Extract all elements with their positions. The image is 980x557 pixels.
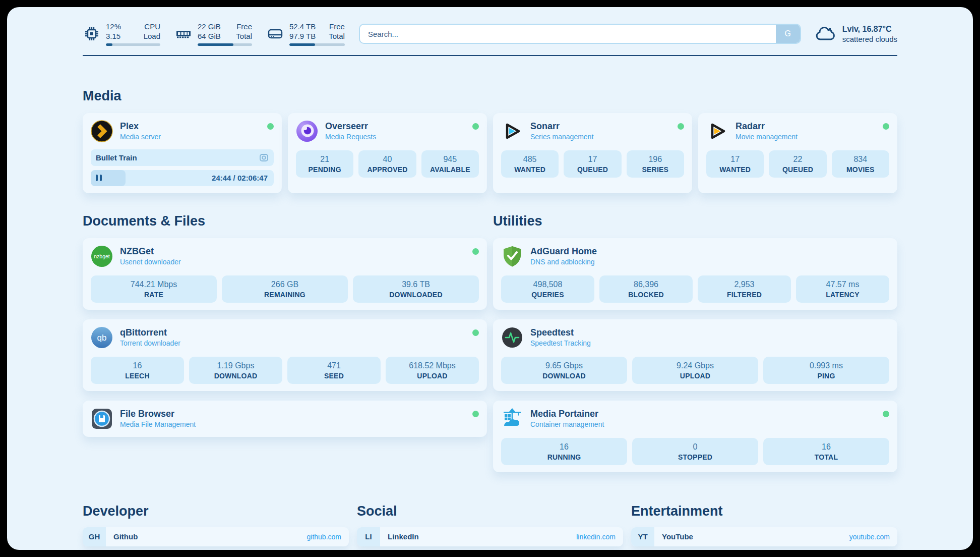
stat-value: 21 <box>299 155 350 164</box>
stat-tile: 9.24 Gbps UPLOAD <box>632 357 758 384</box>
stat-tile: 22 QUEUED <box>769 150 826 178</box>
app-name: Plex <box>120 121 161 132</box>
search-bar: G <box>359 24 801 44</box>
stat-label: QUEUED <box>567 165 618 174</box>
stat-value: 86,396 <box>602 280 690 289</box>
stat-tile: 266 GB REMAINING <box>222 275 348 303</box>
app-card-sonarr[interactable]: Sonarr Series management 485 WANTED 17 Q… <box>493 113 692 193</box>
stat-label: STOPPED <box>635 453 755 461</box>
sonarr-icon <box>501 120 523 142</box>
app-card-plex[interactable]: Plex Media server Bullet Train <box>83 113 282 193</box>
app-name: Speedtest <box>530 327 591 338</box>
dashboard: 12% 3.15 CPU Load <box>7 7 973 550</box>
app-card-portainer[interactable]: Media Portainer Container management 16 … <box>493 401 897 472</box>
qbittorrent-icon: qb <box>91 326 113 349</box>
stat-label: QUERIES <box>504 291 591 299</box>
stat-tile: 196 SERIES <box>627 150 684 178</box>
stat-label: UPLOAD <box>635 372 755 380</box>
disk-progress-track <box>289 43 345 46</box>
bookmark-youtube[interactable]: YT YouTube youtube.com <box>631 527 897 546</box>
plex-icon <box>91 120 113 142</box>
app-card-filebrowser[interactable]: File Browser Media File Management <box>83 401 487 437</box>
stat-value: 1.19 Gbps <box>192 361 279 370</box>
app-subtitle: Media File Management <box>120 420 196 428</box>
app-subtitle: DNS and adblocking <box>530 258 597 266</box>
stat-tile: 17 WANTED <box>706 150 764 178</box>
search-input[interactable] <box>360 25 776 43</box>
app-name: AdGuard Home <box>530 246 597 257</box>
stat-value: 16 <box>504 442 624 452</box>
cloud-icon <box>815 25 836 42</box>
app-card-nzbget[interactable]: nzbget NZBGet Usenet downloader 744.21 M… <box>83 238 487 310</box>
app-card-overseerr[interactable]: Overseerr Media Requests 21 PENDING 40 A… <box>288 113 487 193</box>
stat-value: 945 <box>424 155 476 164</box>
status-dot <box>883 411 889 417</box>
app-subtitle: Series management <box>530 133 593 141</box>
app-card-adguard[interactable]: AdGuard Home DNS and adblocking 498,508 … <box>493 238 897 310</box>
ram-label-bottom: Total <box>236 32 252 41</box>
cpu-label-top: CPU <box>144 22 160 32</box>
status-dot <box>472 411 479 417</box>
disk-label-top: Free <box>329 22 345 32</box>
app-card-qbittorrent[interactable]: qb qBittorrent Torrent downloader 16 LEE… <box>83 319 487 391</box>
stat-value: 2,953 <box>701 280 788 289</box>
cpu-label-bottom: Load <box>144 32 160 41</box>
app-subtitle: Torrent downloader <box>120 339 180 347</box>
cpu-progress-fill <box>106 43 112 46</box>
stat-label: DOWNLOAD <box>192 372 279 380</box>
status-dot <box>472 329 479 336</box>
bookmark-name: LinkedIn <box>388 532 419 541</box>
stat-value: 17 <box>709 155 761 164</box>
stat-tile: 498,508 QUERIES <box>501 275 594 303</box>
stat-label: SEED <box>290 372 378 380</box>
disk-label-bottom: Total <box>329 32 345 41</box>
stat-value: 744.21 Mbps <box>94 280 214 289</box>
pause-icon[interactable] <box>96 175 102 181</box>
stat-value: 498,508 <box>504 280 591 289</box>
playback-progress-bar: 24:44 / 02:06:47 <box>91 170 274 186</box>
stat-tile: 47.57 ms LATENCY <box>796 275 889 303</box>
qbittorrent-icon-text: qb <box>97 333 107 343</box>
stat-tile: 21 PENDING <box>296 150 353 178</box>
section-title-media: Media <box>83 88 897 104</box>
ram-progress-fill <box>198 43 233 46</box>
stat-tile: 40 APPROVED <box>358 150 416 178</box>
bookmark-linkedin[interactable]: LI LinkedIn linkedin.com <box>357 527 623 546</box>
now-playing-row: Bullet Train <box>91 149 274 166</box>
player-device-icon[interactable] <box>259 153 269 162</box>
stat-value: 266 GB <box>225 280 345 289</box>
stat-label: UPLOAD <box>389 372 476 380</box>
ram-label-top: Free <box>236 22 252 32</box>
utilities-column: Utilities AdGuard Home <box>493 213 897 472</box>
cpu-widget: 12% 3.15 CPU Load <box>83 22 160 46</box>
app-card-speedtest[interactable]: Speedtest Speedtest Tracking 9.65 Gbps D… <box>493 319 897 391</box>
app-subtitle: Usenet downloader <box>120 258 181 266</box>
bookmark-abbr-badge: GH <box>83 527 106 546</box>
bookmark-github[interactable]: GH Github github.com <box>83 527 349 546</box>
stat-tile: 17 QUEUED <box>564 150 621 178</box>
filebrowser-icon <box>91 408 113 430</box>
status-dot <box>883 123 889 130</box>
cpu-icon <box>83 25 101 43</box>
stat-tile: 1.19 Gbps DOWNLOAD <box>189 357 282 384</box>
stat-label: MOVIES <box>835 165 886 174</box>
search-engine-button[interactable]: G <box>776 25 800 43</box>
stat-value: 40 <box>361 155 413 164</box>
stat-value: 22 <box>772 155 823 164</box>
app-name: Media Portainer <box>530 409 604 419</box>
stat-value: 471 <box>290 361 378 370</box>
bookmark-abbr-badge: LI <box>357 527 380 546</box>
section-title-documents: Documents & Files <box>83 213 487 229</box>
app-card-radarr[interactable]: Radarr Movie management 17 WANTED 22 QUE… <box>698 113 897 193</box>
adguard-icon <box>501 245 523 267</box>
stat-label: WANTED <box>504 165 556 174</box>
stat-value: 16 <box>766 442 886 452</box>
bookmark-group-entertainment: Entertainment YT YouTube youtube.com NF … <box>631 504 897 550</box>
bookmark-url: youtube.com <box>849 533 890 541</box>
stat-value: 9.24 Gbps <box>635 361 755 370</box>
stat-value: 618.52 Mbps <box>389 361 476 370</box>
stat-label: RUNNING <box>504 453 624 461</box>
stat-tile: 39.6 TB DOWNLOADED <box>353 275 479 303</box>
weather-condition: scattered clouds <box>842 35 897 43</box>
section-title-entertainment: Entertainment <box>631 504 897 519</box>
